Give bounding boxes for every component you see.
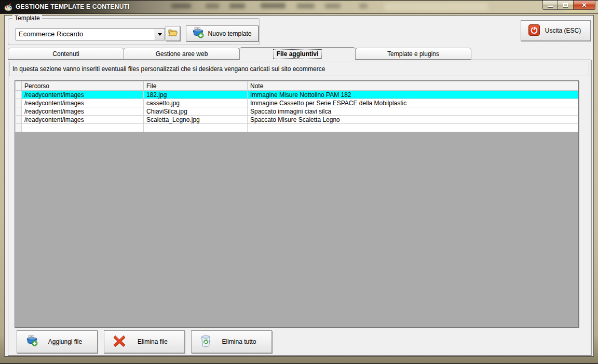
cell-percorso[interactable] — [22, 124, 144, 132]
close-icon: ✕ — [581, 2, 587, 8]
window-title: GESTIONE TEMPLATE E CONTENUTI — [16, 1, 130, 13]
info-text: In questa sezione vanno inseriti eventua… — [10, 65, 325, 73]
table-row[interactable] — [16, 124, 578, 132]
combo-dropdown-button[interactable] — [155, 29, 165, 40]
template-groupbox: Template Ecommerce Riccardo — [8, 18, 260, 45]
column-header-note[interactable]: Note — [248, 81, 578, 91]
delete-file-button[interactable]: Elimina file — [104, 330, 185, 353]
table-row[interactable]: /readycontent/images Scaletta_Legno.jpg … — [16, 116, 578, 124]
tab-label: Gestione aree web — [156, 50, 208, 58]
tab-template-e-plugins[interactable]: Template e plugins — [355, 48, 471, 60]
template-group-label: Template — [12, 15, 42, 22]
cell-file[interactable] — [144, 124, 248, 132]
cell-percorso[interactable]: /readycontent/images — [22, 107, 144, 116]
tab-label: Template e plugins — [387, 50, 439, 58]
cell-note[interactable]: Spaccato immagini ciavi silca — [248, 107, 578, 116]
close-button[interactable]: ✕ — [574, 1, 595, 10]
selector-header-cell — [16, 81, 22, 91]
table-header-row: Percorso File Note — [16, 81, 578, 91]
delete-file-label: Elimina file — [126, 338, 184, 345]
cell-percorso[interactable]: /readycontent/images — [22, 99, 144, 107]
maximize-button[interactable] — [558, 1, 574, 10]
new-template-label: Nuovo template — [205, 30, 258, 37]
column-header-percorso[interactable]: Percorso — [22, 81, 144, 91]
tab-label: Contenuti — [52, 50, 79, 58]
tab-contenuti[interactable]: Contenuti — [8, 48, 124, 60]
app-window: GESTIONE TEMPLATE E CONTENUTI ✕ Template… — [0, 0, 598, 364]
cell-percorso[interactable]: /readycontent/images — [22, 116, 144, 124]
chevron-down-icon — [158, 33, 162, 36]
red-x-icon — [113, 334, 126, 349]
table-row[interactable]: /readycontent/images 182.jpg Immagine Mi… — [16, 91, 578, 99]
row-selector-cell[interactable] — [16, 124, 22, 132]
row-selector-cell[interactable] — [16, 91, 22, 99]
row-selector-cell[interactable] — [16, 99, 22, 107]
column-header-file[interactable]: File — [144, 81, 248, 91]
cell-note[interactable]: Immagine Misure Nottolino PAM 182 — [248, 91, 578, 99]
cell-note[interactable]: Spaccato Misure Scaletta Legno — [248, 116, 578, 124]
cell-file[interactable]: Scaletta_Legno.jpg — [144, 116, 248, 124]
titlebar[interactable]: GESTIONE TEMPLATE E CONTENUTI ✕ — [0, 1, 598, 14]
browse-folder-button[interactable] — [166, 26, 180, 41]
cell-note[interactable] — [248, 124, 578, 132]
tab-bar: Contenuti Gestione aree web File aggiunt… — [8, 48, 471, 60]
recycle-bin-icon — [200, 334, 212, 349]
files-table: Percorso File Note /readycontent/images … — [15, 81, 578, 132]
row-selector-cell[interactable] — [16, 107, 22, 116]
open-folder-icon — [168, 29, 178, 38]
exit-button[interactable]: Uscita (ESC) — [521, 20, 591, 41]
tab-file-aggiuntivi[interactable]: File aggiuntivi — [239, 47, 356, 60]
cell-file[interactable]: ChiaviSilca.jpg — [144, 107, 248, 116]
minimize-icon — [548, 6, 553, 7]
exit-button-label: Uscita (ESC) — [540, 27, 590, 34]
tab-label: File aggiuntivi — [273, 49, 322, 59]
cell-note[interactable]: Immagine Cassetto per Serie ESPACE della… — [248, 99, 578, 107]
delete-all-label: Elimina tutto — [212, 338, 271, 345]
info-panel: In questa sezione vanno inseriti eventua… — [9, 62, 589, 76]
maximize-icon — [563, 3, 568, 7]
table-row[interactable]: /readycontent/images cassetto.jpg Immagi… — [16, 99, 578, 107]
template-combobox[interactable]: Ecommerce Riccardo — [16, 28, 165, 40]
add-file-bin-icon — [25, 335, 38, 348]
files-grid[interactable]: Percorso File Note /readycontent/images … — [15, 80, 579, 328]
power-icon — [528, 24, 540, 37]
window-controls: ✕ — [542, 1, 595, 10]
cell-file[interactable]: 182.jpg — [144, 91, 248, 99]
delete-all-button[interactable]: Elimina tutto — [191, 330, 272, 353]
add-file-label: Aggiungi file — [38, 338, 97, 345]
app-palette-icon — [4, 3, 12, 11]
minimize-button[interactable] — [542, 1, 558, 10]
cell-percorso[interactable]: /readycontent/images — [22, 91, 144, 99]
tab-page-file-aggiuntivi: In questa sezione vanno inseriti eventua… — [8, 60, 591, 356]
cell-file[interactable]: cassetto.jpg — [144, 99, 248, 107]
template-combo-value: Ecommerce Riccardo — [16, 29, 155, 40]
table-row[interactable]: /readycontent/images ChiaviSilca.jpg Spa… — [16, 107, 578, 116]
new-template-button[interactable]: Nuovo template — [186, 25, 259, 41]
tab-gestione-aree-web[interactable]: Gestione aree web — [124, 48, 240, 60]
add-template-bin-icon — [192, 27, 205, 40]
client-area: Template Ecommerce Riccardo — [4, 15, 594, 357]
add-file-button[interactable]: Aggiungi file — [17, 330, 98, 353]
files-table-body: /readycontent/images 182.jpg Immagine Mi… — [16, 91, 578, 132]
row-selector-cell[interactable] — [16, 116, 22, 124]
